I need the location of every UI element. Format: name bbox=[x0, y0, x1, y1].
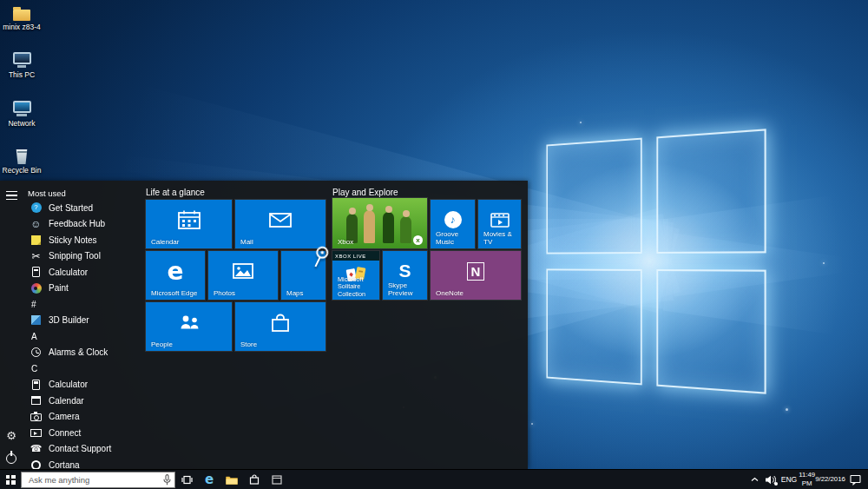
tile-label: Groove Music bbox=[436, 230, 471, 246]
app-list-item-sticky-notes[interactable]: Sticky Notes bbox=[23, 232, 139, 248]
tile-solitaire[interactable]: XBOX LIVE Microsoft Solitaire Collection bbox=[332, 251, 379, 300]
app-list-item-3d-builder[interactable]: 3D Builder bbox=[23, 313, 139, 329]
network-icon bbox=[13, 101, 31, 113]
windows-logo-pane bbox=[656, 129, 766, 254]
windows-logo-pane bbox=[656, 269, 766, 394]
onenote-icon: N bbox=[467, 262, 485, 281]
tile-group-title[interactable]: Life at a glance bbox=[146, 188, 205, 197]
task-view-icon bbox=[181, 475, 193, 485]
tray-expand-button[interactable] bbox=[747, 470, 761, 489]
desktop-icon-minix[interactable]: minix z83-4 bbox=[2, 5, 42, 32]
app-label: Calculator bbox=[49, 268, 88, 277]
start-menu: ⚙ Most used Get Started ☺ Feedback Hub S… bbox=[0, 181, 528, 469]
tile-label: Microsoft Edge bbox=[151, 289, 201, 297]
windows-logo bbox=[546, 129, 766, 393]
desktop-icon-recycle-bin[interactable]: Recycle Bin bbox=[2, 148, 42, 175]
file-explorer-taskbar-button[interactable] bbox=[220, 470, 243, 489]
app-list-letter-a[interactable]: A bbox=[23, 328, 139, 345]
app-list-item-calculator[interactable]: Calculator bbox=[23, 377, 139, 393]
app-list-item-connect[interactable]: Connect bbox=[23, 425, 139, 441]
desktop-icon-this-pc[interactable]: This PC bbox=[2, 52, 42, 80]
app-label: Camera bbox=[49, 412, 80, 421]
tile-label: Maps bbox=[286, 289, 322, 297]
sticky-notes-icon bbox=[31, 235, 41, 245]
edge-taskbar-button[interactable]: e bbox=[198, 470, 220, 489]
tray-date: 9/22/2016 bbox=[815, 475, 845, 484]
action-center-button[interactable] bbox=[845, 470, 865, 489]
app-list-item-calculator-most-used[interactable]: Calculator bbox=[23, 264, 139, 281]
recycle-bin-icon bbox=[16, 149, 29, 164]
tile-label: Photos bbox=[214, 289, 274, 297]
desktop-icon-network[interactable]: Network bbox=[2, 101, 42, 129]
app-label: Connect bbox=[49, 428, 81, 438]
tile-people[interactable]: People bbox=[146, 302, 232, 351]
windows-logo-pane bbox=[546, 138, 641, 254]
pinned-app-button[interactable] bbox=[266, 470, 288, 489]
desktop: minix z83-4 This PC Network Recycle Bin … bbox=[0, 0, 868, 489]
tile-maps[interactable]: Maps bbox=[281, 251, 326, 300]
app-list-item-get-started[interactable]: Get Started bbox=[23, 200, 139, 216]
store-taskbar-button[interactable] bbox=[243, 470, 266, 489]
tile-onenote[interactable]: N OneNote bbox=[431, 251, 521, 300]
app-window-icon bbox=[272, 475, 282, 485]
app-list-item-feedback-hub[interactable]: ☺ Feedback Hub bbox=[23, 216, 139, 233]
app-list-letter-hash[interactable]: # bbox=[23, 296, 139, 313]
desktop-icon-label: Recycle Bin bbox=[2, 167, 42, 175]
calculator-icon bbox=[32, 267, 40, 277]
get-started-icon bbox=[31, 202, 42, 213]
tile-label: Skype Preview bbox=[388, 281, 424, 297]
alarms-clock-icon bbox=[31, 347, 41, 357]
power-button[interactable] bbox=[6, 453, 16, 464]
clock[interactable]: 11:49 PM 9/22/2016 bbox=[799, 470, 845, 489]
app-list-item-paint[interactable]: Paint bbox=[23, 281, 139, 297]
app-list-letter-c[interactable]: C bbox=[23, 360, 139, 377]
file-explorer-icon bbox=[226, 475, 238, 485]
tile-label: Store bbox=[240, 340, 322, 348]
tile-area: Life at a glance Play and Explore Calend… bbox=[139, 181, 528, 469]
start-button[interactable] bbox=[0, 470, 21, 489]
language-indicator[interactable]: ENG bbox=[779, 470, 799, 489]
app-list: Most used Get Started ☺ Feedback Hub Sti… bbox=[23, 186, 139, 473]
app-list-item-snipping-tool[interactable]: ✂ Snipping Tool bbox=[23, 248, 139, 265]
app-list-item-alarms-clock[interactable]: Alarms & Clock bbox=[23, 345, 139, 361]
dust-particle bbox=[823, 262, 825, 264]
desktop-icon-label: minix z83-4 bbox=[2, 23, 42, 32]
settings-button[interactable]: ⚙ bbox=[4, 429, 18, 443]
skype-icon: S bbox=[398, 261, 411, 281]
hamburger-menu-icon[interactable] bbox=[6, 191, 17, 200]
tile-mail[interactable]: Mail bbox=[235, 200, 326, 248]
windows-start-icon bbox=[6, 475, 16, 485]
app-label: Alarms & Clock bbox=[49, 347, 108, 357]
tile-store[interactable]: Store bbox=[235, 302, 326, 351]
app-label: Calculator bbox=[49, 380, 88, 389]
tile-label: Mail bbox=[240, 238, 322, 246]
calculator-icon bbox=[32, 380, 40, 390]
task-view-button[interactable] bbox=[175, 470, 198, 489]
groove-music-icon: ♪ bbox=[444, 211, 462, 228]
app-label: Sticky Notes bbox=[49, 235, 97, 245]
start-menu-rail: ⚙ bbox=[0, 181, 23, 469]
app-label: 3D Builder bbox=[49, 315, 89, 325]
tile-microsoft-edge[interactable]: e Microsoft Edge bbox=[146, 251, 205, 300]
app-label: Feedback Hub bbox=[49, 219, 105, 228]
tile-movies-tv[interactable]: Movies & TV bbox=[478, 200, 521, 248]
tile-skype-preview[interactable]: S Skype Preview bbox=[383, 251, 427, 300]
tile-group-title[interactable]: Play and Explore bbox=[332, 188, 398, 197]
most-used-header: Most used bbox=[23, 186, 139, 200]
tile-xbox[interactable]: x Xbox bbox=[332, 198, 427, 248]
search-box bbox=[21, 472, 175, 488]
tile-photos[interactable]: Photos bbox=[208, 251, 278, 300]
tile-calendar[interactable]: Calendar bbox=[146, 200, 232, 248]
tile-label: Movies & TV bbox=[483, 230, 517, 246]
tile-groove-music[interactable]: ♪ Groove Music bbox=[431, 200, 475, 248]
volume-button[interactable] bbox=[761, 470, 779, 489]
tile-label: People bbox=[151, 340, 228, 348]
app-list-item-calendar[interactable]: Calendar bbox=[23, 393, 139, 409]
tile-label: OneNote bbox=[436, 289, 517, 297]
app-list-item-camera[interactable]: Camera bbox=[23, 409, 139, 426]
app-list-item-contact-support[interactable]: ☎ Contact Support bbox=[23, 441, 139, 458]
microphone-icon[interactable] bbox=[159, 474, 174, 486]
search-input[interactable] bbox=[22, 472, 159, 487]
desktop-icon-label: This PC bbox=[2, 71, 42, 80]
edge-icon: e bbox=[205, 473, 214, 486]
